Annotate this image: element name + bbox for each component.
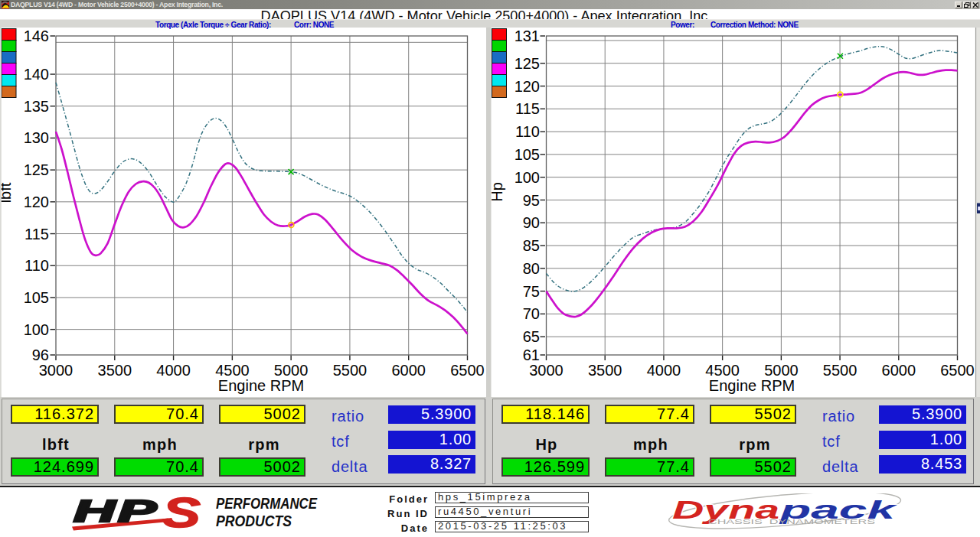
svg-text:140: 140: [24, 66, 49, 83]
svg-text:110: 110: [24, 257, 49, 274]
svg-text:125: 125: [514, 55, 540, 72]
svg-text:6500: 6500: [450, 362, 485, 379]
svg-text:100: 100: [514, 169, 540, 186]
svg-text:5000: 5000: [764, 362, 799, 379]
svg-text:4500: 4500: [215, 362, 250, 379]
svg-text:3500: 3500: [588, 362, 622, 379]
svg-text:5500: 5500: [823, 362, 858, 379]
svg-text:105: 105: [514, 146, 540, 163]
svg-text:135: 135: [24, 98, 49, 115]
svg-text:4000: 4000: [647, 362, 681, 379]
svg-text:5000: 5000: [274, 362, 309, 379]
svg-text:3000: 3000: [39, 362, 74, 379]
svg-text:65: 65: [523, 328, 540, 345]
svg-text:120: 120: [24, 194, 49, 210]
svg-text:130: 130: [24, 129, 49, 146]
svg-text:85: 85: [523, 237, 540, 254]
svg-text:S: S: [162, 492, 201, 534]
svg-text:105: 105: [24, 289, 49, 306]
svg-text:3500: 3500: [98, 362, 132, 379]
svg-text:PRODUCTS: PRODUCTS: [216, 512, 292, 529]
svg-text:115: 115: [24, 226, 49, 242]
svg-text:95: 95: [523, 192, 540, 209]
svg-text:3000: 3000: [529, 362, 564, 379]
svg-text:5500: 5500: [333, 362, 368, 379]
svg-text:146: 146: [24, 28, 49, 44]
svg-text:90: 90: [523, 214, 540, 231]
svg-text:6000: 6000: [882, 362, 916, 379]
svg-text:75: 75: [523, 283, 540, 300]
svg-text:6500: 6500: [940, 362, 975, 379]
svg-text:131: 131: [514, 28, 540, 44]
svg-text:Engine RPM: Engine RPM: [709, 377, 795, 394]
svg-text:Engine RPM: Engine RPM: [218, 377, 304, 394]
svg-text:110: 110: [515, 123, 540, 140]
svg-text:100: 100: [24, 321, 49, 338]
svg-text:HP: HP: [74, 493, 159, 529]
svg-text:PERFORMANCE: PERFORMANCE: [216, 494, 318, 512]
svg-text:120: 120: [514, 78, 540, 95]
svg-text:4000: 4000: [156, 362, 191, 379]
svg-text:115: 115: [515, 100, 540, 117]
svg-text:lbft: lbft: [0, 182, 14, 203]
svg-text:125: 125: [24, 161, 49, 178]
svg-text:80: 80: [523, 260, 540, 277]
svg-text:4500: 4500: [705, 362, 740, 379]
svg-text:CHASSIS DYNAMOMETERS: CHASSIS DYNAMOMETERS: [708, 518, 876, 526]
svg-text:70: 70: [523, 305, 540, 322]
svg-text:6000: 6000: [391, 362, 426, 379]
